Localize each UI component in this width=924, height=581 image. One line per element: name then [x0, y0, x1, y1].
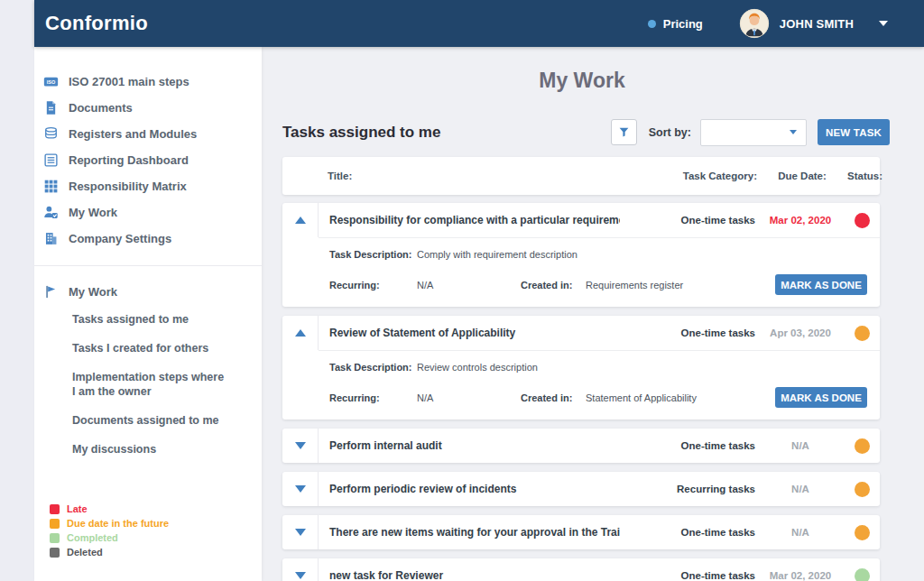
recurring-value: N/A — [417, 280, 512, 290]
sidebar: ISO 27001 main steps Documents Registers… — [34, 47, 262, 581]
task-title: There are new items waiting for your app… — [319, 526, 620, 539]
task-category: One-time tasks — [620, 527, 755, 538]
status-dot — [855, 438, 870, 454]
expand-toggle-button[interactable] — [282, 316, 319, 350]
filter-button[interactable] — [611, 119, 637, 145]
task-due-date: Mar 02, 2020 — [755, 570, 845, 581]
sidebar-item-label: Responsibility Matrix — [69, 180, 187, 193]
task-due-date: Mar 02, 2020 — [755, 215, 845, 226]
sidebar-item-registers-and-modules[interactable]: Registers and Modules — [34, 121, 262, 147]
task-category: One-time tasks — [620, 215, 755, 226]
header-status: Status: — [847, 171, 880, 181]
status-dot — [855, 482, 870, 497]
task-category: One-time tasks — [620, 327, 755, 338]
expand-toggle-button[interactable] — [282, 558, 319, 581]
mark-as-done-button[interactable]: MARK AS DONE — [775, 274, 867, 295]
sidebar-section-my-work[interactable]: My Work — [34, 279, 262, 305]
expand-toggle-button[interactable] — [282, 203, 319, 237]
recurring-label: Recurring: — [329, 280, 417, 290]
task-description-value: Comply with requirement description — [417, 249, 578, 260]
task-title: Perform internal audit — [319, 439, 620, 452]
user-name[interactable]: JOHN SMITH — [780, 17, 854, 31]
task-description-value: Review controls description — [417, 362, 538, 373]
legend-swatch — [50, 519, 60, 529]
page-title: My Work — [274, 69, 890, 93]
grid-icon — [43, 179, 59, 194]
table-header-row: Title: Task Category: Due Date: Status: — [282, 157, 880, 195]
header-title: Title: — [282, 171, 622, 181]
status-dot — [855, 568, 870, 581]
expand-toggle-button[interactable] — [282, 429, 319, 463]
legend-item: Due date in the future — [50, 518, 262, 529]
task-title: Review of Statement of Applicability — [319, 327, 620, 339]
expand-toggle-button[interactable] — [282, 472, 319, 506]
building-icon — [43, 231, 59, 246]
legend-label: Deleted — [67, 547, 103, 558]
sort-select[interactable] — [700, 119, 807, 146]
toolbar: Tasks assigned to me Sort by: NEW TASK — [274, 118, 890, 146]
task-row: new task for Reviewer One-time tasks Mar… — [282, 558, 880, 581]
sort-by-label: Sort by: — [649, 126, 691, 139]
user-menu-caret-icon[interactable] — [879, 21, 888, 26]
chevron-icon — [295, 485, 306, 493]
main-content: My Work Tasks assigned to me Sort by: NE… — [262, 47, 924, 581]
status-dot — [855, 326, 870, 341]
task-row: Responsibility for compliance with a par… — [282, 203, 880, 307]
status-dot — [855, 213, 870, 228]
task-details: Task Description: Review controls descri… — [319, 350, 880, 420]
legend-item: Deleted — [50, 547, 262, 558]
task-due-date: N/A — [755, 440, 845, 451]
task-title: new task for Reviewer — [319, 569, 620, 581]
chevron-icon — [295, 572, 306, 579]
legend-swatch — [50, 548, 60, 558]
pricing-link[interactable]: Pricing — [648, 17, 703, 31]
sidebar-item-label: Company Settings — [69, 232, 171, 245]
sidebar-item-label: ISO 27001 main steps — [69, 75, 189, 88]
avatar[interactable] — [739, 8, 770, 39]
legend-label: Completed — [67, 532, 118, 543]
task-row: Perform internal audit One-time tasks N/… — [282, 429, 880, 463]
chevron-icon — [295, 529, 306, 536]
brand-logo[interactable]: Conformio — [45, 12, 148, 35]
created-in-label: Created in: — [521, 392, 586, 403]
pricing-label: Pricing — [663, 17, 703, 31]
new-task-button[interactable]: NEW TASK — [818, 119, 890, 145]
chevron-icon — [295, 442, 306, 449]
task-due-date: Apr 03, 2020 — [755, 327, 845, 338]
sidebar-subitem-tasks-assigned-to-me[interactable]: Tasks assigned to me — [34, 305, 262, 334]
task-title: Perform periodic review of incidents — [319, 483, 620, 495]
left-gutter — [0, 0, 34, 581]
sidebar-item-documents[interactable]: Documents — [34, 95, 262, 121]
task-description-label: Task Description: — [329, 362, 417, 373]
sidebar-subitem-tasks-i-created-for-others[interactable]: Tasks I created for others — [34, 334, 262, 363]
user-check-icon — [43, 205, 59, 220]
task-category: One-time tasks — [620, 440, 755, 451]
top-navbar: Conformio Pricing — [34, 0, 924, 47]
sidebar-item-company-settings[interactable]: Company Settings — [34, 226, 262, 252]
sidebar-item-label: Registers and Modules — [69, 127, 197, 141]
sidebar-subitem-documents-assigned-to-me[interactable]: Documents assigned to me — [34, 406, 262, 435]
task-due-date: N/A — [755, 527, 845, 538]
sidebar-item-responsibility-matrix[interactable]: Responsibility Matrix — [34, 173, 262, 199]
sidebar-item-reporting-dashboard[interactable]: Reporting Dashboard — [34, 147, 262, 173]
header-task-category: Task Category: — [622, 171, 757, 181]
sidebar-subitem-implementation-steps-where-i-am-the-owne[interactable]: Implementation steps where I am the owne… — [34, 363, 262, 406]
sidebar-item-iso-27001-main-steps[interactable]: ISO 27001 main steps — [34, 69, 262, 95]
sidebar-item-my-work[interactable]: My Work — [34, 199, 262, 226]
task-row: Review of Statement of Applicability One… — [282, 316, 880, 420]
sidebar-item-label: Documents — [69, 101, 133, 115]
funnel-icon — [618, 126, 630, 138]
sidebar-section-title: My Work — [69, 285, 117, 299]
task-details: Task Description: Comply with requiremen… — [319, 237, 880, 307]
sidebar-item-label: Reporting Dashboard — [69, 153, 189, 167]
flag-icon — [43, 284, 59, 300]
legend-item: Late — [50, 503, 262, 514]
expand-toggle-button[interactable] — [282, 515, 319, 549]
task-row: There are new items waiting for your app… — [282, 515, 880, 549]
sidebar-subitem-my-discussions[interactable]: My discussions — [34, 435, 262, 464]
mark-as-done-button[interactable]: MARK AS DONE — [775, 387, 867, 408]
select-caret-icon — [790, 130, 797, 134]
header-due-date: Due Date: — [757, 171, 847, 181]
task-title: Responsibility for compliance with a par… — [319, 214, 620, 226]
database-icon — [43, 126, 59, 142]
